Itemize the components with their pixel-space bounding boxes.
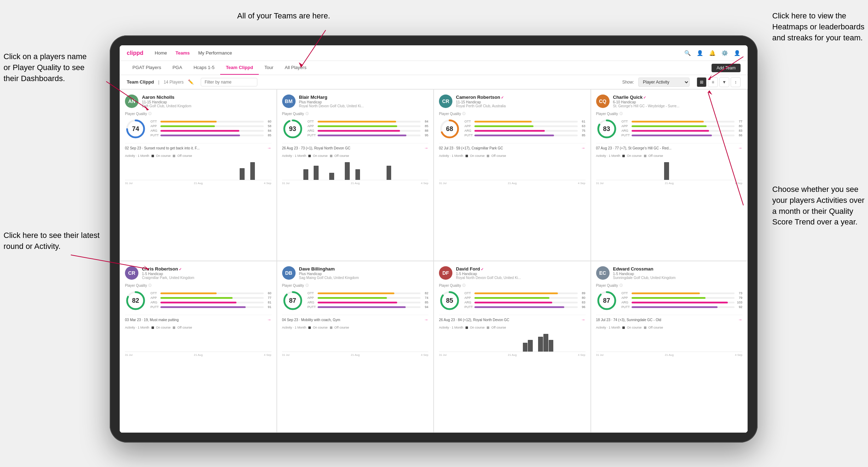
stat-row: APP 85 xyxy=(308,124,429,128)
sort-button[interactable]: ↕ xyxy=(731,77,741,87)
view-toggle: ⊞ ≡ ▼ ↕ xyxy=(697,77,741,87)
player-avatar: AN xyxy=(125,95,138,108)
stat-label: APP xyxy=(308,124,316,128)
stat-bar-fill xyxy=(160,302,236,303)
stats-bars: OTT 61 APP 63 ARG 75 PUTT 85 xyxy=(464,120,586,138)
toolbar-edit-icon[interactable]: ✏️ xyxy=(188,79,194,85)
date-mid: 21 Aug xyxy=(508,182,517,185)
player-name[interactable]: Edward Crossman xyxy=(613,266,743,272)
quality-content: 68 OTT 61 APP 63 ARG 75 PUTT xyxy=(439,118,586,139)
user-avatar-icon[interactable]: 👤 xyxy=(734,50,741,56)
score-text: 68 xyxy=(446,125,453,133)
grid-view-button[interactable]: ⊞ xyxy=(697,77,707,87)
latest-round[interactable]: 03 Mar 23 · 19, Must make putting → xyxy=(125,315,272,322)
player-grid: AN Aaron Nicholls 11-15 Handicap Drift G… xyxy=(120,89,748,433)
quality-label: Player Quality ⓘ xyxy=(596,112,743,116)
list-view-button[interactable]: ≡ xyxy=(708,77,718,87)
player-name[interactable]: David Ford✓ xyxy=(456,266,586,272)
subnav-tour[interactable]: Tour xyxy=(259,61,279,75)
stat-row: APP 58 xyxy=(150,124,272,128)
stat-value: 85 xyxy=(265,133,272,137)
legend-off-course xyxy=(487,155,489,157)
player-info: Chris Robertson✓ 1-5 Handicap Craigmilla… xyxy=(142,266,272,280)
stat-value: 85 xyxy=(422,301,428,304)
latest-round[interactable]: 07 Aug 23 · 77 (+7), St George's Hill GC… xyxy=(596,143,743,150)
stat-value: 77 xyxy=(736,120,742,123)
show-select[interactable]: Player Activity Quality Score Trend xyxy=(638,78,690,87)
legend-on-course xyxy=(152,326,154,329)
chart-bar xyxy=(303,169,308,180)
latest-round[interactable]: 04 Sep 23 · Mobility with coach, Gym → xyxy=(282,315,429,322)
latest-round[interactable]: 26 Aug 23 · 84 (+12), Royal North Devon … xyxy=(439,315,586,322)
stat-bar-bg xyxy=(318,292,421,294)
latest-round-text: 02 Jul 23 · 59 (+17), Craigmillar Park G… xyxy=(439,146,580,150)
player-name[interactable]: Cameron Robertson✓ xyxy=(456,95,586,100)
player-name[interactable]: Dave Billingham xyxy=(299,266,429,272)
stat-value: 77 xyxy=(265,296,272,300)
nav-item-teams[interactable]: Teams xyxy=(176,50,190,56)
player-name[interactable]: Aaron Nicholls xyxy=(142,95,272,100)
circle-score[interactable]: 93 xyxy=(282,118,303,139)
player-name[interactable]: Blair McHarg xyxy=(299,95,429,100)
circle-score[interactable]: 82 xyxy=(125,290,146,311)
player-name[interactable]: Charlie Quick✓ xyxy=(613,95,743,100)
nav-item-home[interactable]: Home xyxy=(155,50,167,56)
stat-label: PUTT xyxy=(622,305,630,309)
stat-bar-bg xyxy=(474,297,578,299)
circle-score[interactable]: 68 xyxy=(439,118,460,139)
stat-row: PUTT 92 xyxy=(622,305,743,309)
stat-row: ARG 103 xyxy=(622,301,743,304)
stat-label: OTT xyxy=(150,291,159,295)
date-start: 31 Jul xyxy=(439,182,446,185)
stat-row: APP 80 xyxy=(464,296,586,300)
info-icon: ⓘ xyxy=(148,283,152,288)
circle-score[interactable]: 74 xyxy=(125,118,146,139)
stat-bar-fill xyxy=(632,135,712,136)
player-name[interactable]: Chris Robertson✓ xyxy=(142,266,272,272)
annotation-heatmaps: Click here to view theHeatmaps or leader… xyxy=(772,11,864,43)
legend-off-course xyxy=(487,326,489,329)
circle-score[interactable]: 85 xyxy=(439,290,460,311)
nav-item-myperformance[interactable]: My Performance xyxy=(198,50,232,56)
subnav-pgat[interactable]: PGAT Players xyxy=(127,61,167,75)
subnav-teamclippd[interactable]: Team Clippd xyxy=(220,61,259,75)
quality-content: 74 OTT 60 APP 58 ARG 84 PUTT xyxy=(125,118,272,139)
stat-row: ARG 75 xyxy=(464,129,586,132)
stat-label: APP xyxy=(622,124,630,128)
circle-score[interactable]: 87 xyxy=(282,290,303,311)
subnav-pga[interactable]: PGA xyxy=(167,61,188,75)
chart-area xyxy=(125,159,272,180)
subnav-allplayers[interactable]: All Players xyxy=(279,61,312,75)
chart-bar xyxy=(314,166,319,180)
chart-bar xyxy=(528,340,533,352)
bell-icon[interactable]: 🔔 xyxy=(709,50,716,56)
search-input[interactable] xyxy=(201,78,257,86)
chart-dates: 31 Jul 21 Aug 4 Sep xyxy=(439,353,586,357)
stat-row: APP 80 xyxy=(622,124,743,128)
stat-bar-bg xyxy=(632,302,735,303)
player-handicap: 1-5 Handicap xyxy=(456,272,586,276)
subnav-hcaps[interactable]: Hcaps 1-5 xyxy=(188,61,220,75)
circle-score[interactable]: 87 xyxy=(596,290,617,311)
legend-on-course xyxy=(308,326,311,329)
add-team-button[interactable]: Add Team xyxy=(712,64,741,72)
stat-row: PUTT 86 xyxy=(622,133,743,137)
latest-round[interactable]: 26 Aug 23 · 73 (+1), Royal North Devon G… xyxy=(282,143,429,150)
circle-score[interactable]: 83 xyxy=(596,118,617,139)
settings-icon[interactable]: ⚙️ xyxy=(721,50,728,56)
latest-round-arrow: → xyxy=(581,146,586,150)
stats-bars: OTT 77 APP 80 ARG 83 PUTT 86 xyxy=(622,120,743,138)
latest-round[interactable]: 02 Jul 23 · 59 (+17), Craigmillar Park G… xyxy=(439,143,586,150)
filter-button[interactable]: ▼ xyxy=(719,77,729,87)
profile-icon[interactable]: 👤 xyxy=(697,50,703,56)
latest-round[interactable]: 18 Jul 23 · 74 (+3), Sunningdale GC - Ol… xyxy=(596,315,743,322)
latest-round-text: 03 Mar 23 · 19, Must make putting xyxy=(125,318,266,322)
latest-round[interactable]: 02 Sep 23 · Sunset round to get back int… xyxy=(125,143,272,150)
stat-value: 103 xyxy=(736,301,742,304)
stat-label: APP xyxy=(622,296,630,300)
search-icon[interactable]: 🔍 xyxy=(684,50,691,56)
stat-value: 88 xyxy=(422,129,428,132)
chart-area xyxy=(282,331,429,352)
player-header: CR Cameron Robertson✓ 11-15 Handicap Roy… xyxy=(439,95,586,108)
stat-bar-fill xyxy=(160,292,217,294)
